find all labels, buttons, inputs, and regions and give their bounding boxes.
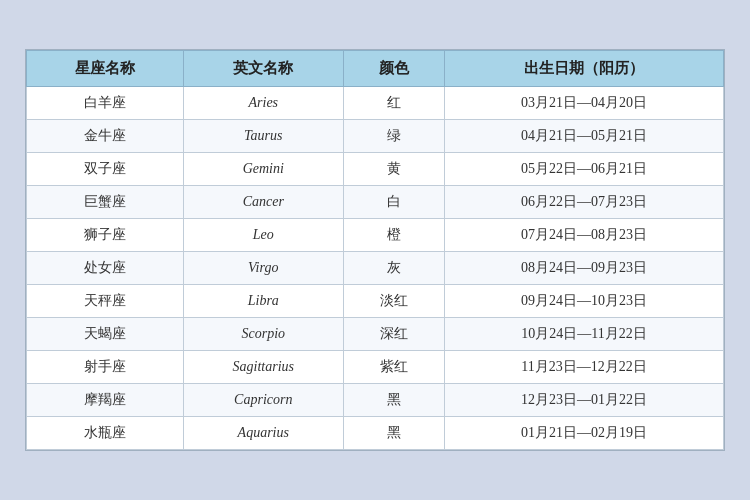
table-cell-2-3: 05月22日—06月21日 (445, 153, 724, 186)
table-cell-3-0: 巨蟹座 (27, 186, 184, 219)
table-row: 狮子座Leo橙07月24日—08月23日 (27, 219, 724, 252)
table-cell-9-2: 黑 (343, 384, 445, 417)
table-row: 摩羯座Capricorn黑12月23日—01月22日 (27, 384, 724, 417)
table-cell-9-1: Capricorn (183, 384, 343, 417)
table-cell-8-0: 射手座 (27, 351, 184, 384)
zodiac-table-container: 星座名称英文名称颜色出生日期（阳历） 白羊座Aries红03月21日—04月20… (25, 49, 725, 451)
table-row: 白羊座Aries红03月21日—04月20日 (27, 87, 724, 120)
table-cell-10-3: 01月21日—02月19日 (445, 417, 724, 450)
zodiac-table: 星座名称英文名称颜色出生日期（阳历） 白羊座Aries红03月21日—04月20… (26, 50, 724, 450)
table-cell-6-0: 天秤座 (27, 285, 184, 318)
table-cell-6-3: 09月24日—10月23日 (445, 285, 724, 318)
table-cell-5-3: 08月24日—09月23日 (445, 252, 724, 285)
table-cell-7-1: Scorpio (183, 318, 343, 351)
table-cell-7-0: 天蝎座 (27, 318, 184, 351)
table-cell-4-2: 橙 (343, 219, 445, 252)
table-row: 金牛座Taurus绿04月21日—05月21日 (27, 120, 724, 153)
table-cell-3-1: Cancer (183, 186, 343, 219)
table-cell-0-2: 红 (343, 87, 445, 120)
table-cell-2-1: Gemini (183, 153, 343, 186)
table-row: 双子座Gemini黄05月22日—06月21日 (27, 153, 724, 186)
table-row: 天秤座Libra淡红09月24日—10月23日 (27, 285, 724, 318)
table-row: 射手座Sagittarius紫红11月23日—12月22日 (27, 351, 724, 384)
table-row: 巨蟹座Cancer白06月22日—07月23日 (27, 186, 724, 219)
table-header-col-0: 星座名称 (27, 51, 184, 87)
table-row: 水瓶座Aquarius黑01月21日—02月19日 (27, 417, 724, 450)
table-body: 白羊座Aries红03月21日—04月20日金牛座Taurus绿04月21日—0… (27, 87, 724, 450)
table-cell-5-1: Virgo (183, 252, 343, 285)
table-header-col-1: 英文名称 (183, 51, 343, 87)
table-cell-1-2: 绿 (343, 120, 445, 153)
table-cell-2-2: 黄 (343, 153, 445, 186)
table-row: 处女座Virgo灰08月24日—09月23日 (27, 252, 724, 285)
table-cell-4-1: Leo (183, 219, 343, 252)
table-cell-7-2: 深红 (343, 318, 445, 351)
table-cell-5-0: 处女座 (27, 252, 184, 285)
table-cell-6-1: Libra (183, 285, 343, 318)
table-cell-7-3: 10月24日—11月22日 (445, 318, 724, 351)
table-cell-3-3: 06月22日—07月23日 (445, 186, 724, 219)
table-cell-2-0: 双子座 (27, 153, 184, 186)
table-cell-5-2: 灰 (343, 252, 445, 285)
table-cell-0-1: Aries (183, 87, 343, 120)
table-cell-8-1: Sagittarius (183, 351, 343, 384)
table-cell-4-3: 07月24日—08月23日 (445, 219, 724, 252)
table-cell-1-0: 金牛座 (27, 120, 184, 153)
table-cell-4-0: 狮子座 (27, 219, 184, 252)
table-cell-10-2: 黑 (343, 417, 445, 450)
table-cell-10-0: 水瓶座 (27, 417, 184, 450)
table-cell-1-1: Taurus (183, 120, 343, 153)
table-cell-8-3: 11月23日—12月22日 (445, 351, 724, 384)
table-cell-8-2: 紫红 (343, 351, 445, 384)
table-header-col-2: 颜色 (343, 51, 445, 87)
table-cell-1-3: 04月21日—05月21日 (445, 120, 724, 153)
table-cell-3-2: 白 (343, 186, 445, 219)
table-cell-6-2: 淡红 (343, 285, 445, 318)
table-row: 天蝎座Scorpio深红10月24日—11月22日 (27, 318, 724, 351)
table-header-row: 星座名称英文名称颜色出生日期（阳历） (27, 51, 724, 87)
table-cell-0-0: 白羊座 (27, 87, 184, 120)
table-cell-9-3: 12月23日—01月22日 (445, 384, 724, 417)
table-cell-10-1: Aquarius (183, 417, 343, 450)
table-cell-9-0: 摩羯座 (27, 384, 184, 417)
table-cell-0-3: 03月21日—04月20日 (445, 87, 724, 120)
table-header-col-3: 出生日期（阳历） (445, 51, 724, 87)
